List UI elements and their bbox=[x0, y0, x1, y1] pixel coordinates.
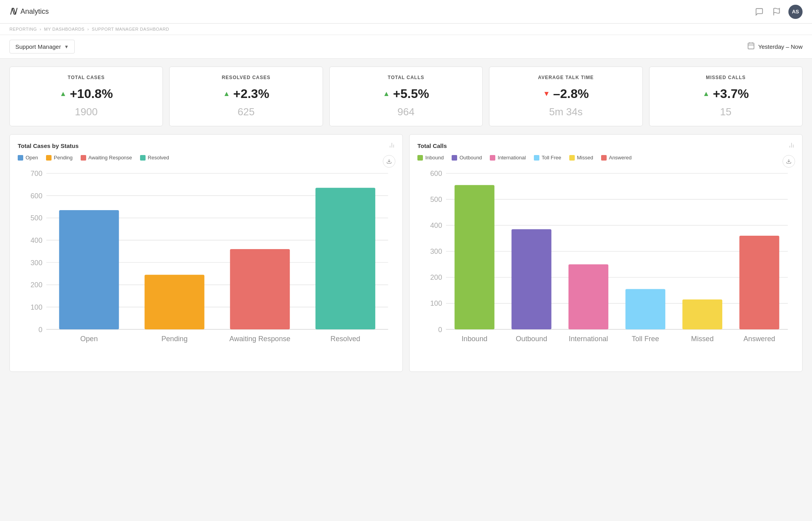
svg-rect-1 bbox=[748, 43, 754, 49]
legend-color bbox=[452, 155, 457, 161]
legend-color bbox=[81, 155, 86, 161]
header-right: AS bbox=[754, 5, 803, 19]
trend-up-icon: ▲ bbox=[223, 90, 230, 98]
legend-item: Open bbox=[18, 155, 38, 161]
date-range-label: Yesterday – Now bbox=[758, 43, 803, 50]
trend-up-icon: ▲ bbox=[383, 90, 390, 98]
svg-rect-53 bbox=[454, 185, 494, 329]
kpi-change: ▲ +2.3% bbox=[223, 87, 269, 101]
kpi-percent: +10.8% bbox=[70, 87, 113, 101]
kpi-value: 1900 bbox=[75, 106, 98, 118]
svg-text:Inbound: Inbound bbox=[461, 335, 487, 343]
charts-row: Total Cases by Status OpenPendingAwaitin… bbox=[9, 134, 803, 372]
kpi-label: RESOLVED CASES bbox=[222, 75, 271, 80]
chat-icon[interactable] bbox=[754, 6, 765, 17]
svg-text:0: 0 bbox=[438, 326, 442, 334]
legend-label: Awaiting Response bbox=[89, 155, 132, 161]
breadcrumb: REPORTING › MY DASHBOARDS › SUPPORT MANA… bbox=[9, 27, 803, 31]
svg-text:600: 600 bbox=[30, 192, 42, 200]
svg-text:Missed: Missed bbox=[691, 335, 714, 343]
legend-label: Pending bbox=[54, 155, 73, 161]
svg-rect-61 bbox=[683, 299, 722, 329]
date-range-selector[interactable]: Yesterday – Now bbox=[747, 42, 803, 52]
trend-up-icon: ▲ bbox=[60, 90, 67, 98]
kpi-value: 15 bbox=[720, 106, 731, 118]
kpi-value: 964 bbox=[397, 106, 414, 118]
dashboard-selector[interactable]: Support Manager ▼ bbox=[9, 40, 75, 54]
cases-chart-toolbar-icon bbox=[388, 142, 395, 151]
app-header: ℕ Analytics AS bbox=[0, 0, 812, 24]
legend-color bbox=[601, 155, 607, 161]
svg-rect-55 bbox=[511, 229, 551, 329]
kpi-row: TOTAL CASES ▲ +10.8% 1900 RESOLVED CASES… bbox=[9, 67, 803, 126]
flag-icon[interactable] bbox=[771, 6, 782, 17]
legend-item: Resolved bbox=[140, 155, 169, 161]
legend-label: Answered bbox=[609, 155, 632, 161]
legend-label: Resolved bbox=[148, 155, 169, 161]
svg-text:International: International bbox=[569, 335, 608, 343]
svg-text:Awaiting Response: Awaiting Response bbox=[229, 335, 290, 343]
svg-text:400: 400 bbox=[430, 222, 442, 229]
svg-rect-57 bbox=[568, 264, 608, 329]
legend-color bbox=[46, 155, 52, 161]
cases-chart-title: Total Cases by Status bbox=[18, 142, 395, 149]
cases-download-button[interactable] bbox=[383, 155, 395, 168]
legend-color bbox=[18, 155, 23, 161]
legend-color bbox=[490, 155, 495, 161]
svg-text:300: 300 bbox=[30, 259, 42, 267]
svg-text:Open: Open bbox=[80, 335, 98, 343]
toolbar: Support Manager ▼ Yesterday – Now bbox=[0, 35, 812, 59]
calls-download-button[interactable] bbox=[782, 155, 795, 168]
legend-item: Answered bbox=[601, 155, 632, 161]
kpi-label: TOTAL CASES bbox=[68, 75, 105, 80]
kpi-card-1: RESOLVED CASES ▲ +2.3% 625 bbox=[169, 67, 323, 126]
legend-color bbox=[534, 155, 539, 161]
kpi-percent: +3.7% bbox=[713, 87, 749, 101]
svg-text:500: 500 bbox=[430, 196, 442, 203]
chevron-down-icon: ▼ bbox=[64, 44, 69, 50]
legend-label: Inbound bbox=[425, 155, 444, 161]
legend-item: Missed bbox=[569, 155, 593, 161]
header-left: ℕ Analytics bbox=[9, 7, 49, 17]
app-logo: ℕ bbox=[9, 7, 17, 17]
kpi-card-2: TOTAL CALLS ▲ +5.5% 964 bbox=[329, 67, 483, 126]
kpi-label: MISSED CALLS bbox=[706, 75, 746, 80]
kpi-label: TOTAL CALLS bbox=[388, 75, 424, 80]
breadcrumb-bar: REPORTING › MY DASHBOARDS › SUPPORT MANA… bbox=[0, 24, 812, 35]
cases-legend: OpenPendingAwaiting ResponseResolved bbox=[18, 155, 395, 161]
legend-label: Outbound bbox=[460, 155, 482, 161]
kpi-card-0: TOTAL CASES ▲ +10.8% 1900 bbox=[9, 67, 163, 126]
kpi-label: AVERAGE TALK TIME bbox=[538, 75, 594, 80]
svg-text:200: 200 bbox=[30, 281, 42, 289]
calls-chart: 0100200300400500600InboundOutboundIntern… bbox=[417, 167, 794, 364]
legend-item: Toll Free bbox=[534, 155, 561, 161]
dashboard-selector-label: Support Manager bbox=[15, 43, 61, 50]
total-calls-panel: Total Calls InboundOutboundInternational… bbox=[409, 134, 803, 372]
kpi-change: ▲ +5.5% bbox=[383, 87, 429, 101]
svg-text:700: 700 bbox=[30, 170, 42, 177]
svg-text:600: 600 bbox=[430, 170, 442, 177]
svg-text:Pending: Pending bbox=[161, 335, 188, 343]
calendar-icon bbox=[747, 42, 755, 52]
svg-rect-28 bbox=[144, 275, 204, 329]
svg-text:Toll Free: Toll Free bbox=[632, 335, 659, 343]
legend-label: Toll Free bbox=[542, 155, 561, 161]
svg-text:100: 100 bbox=[430, 299, 442, 307]
kpi-value: 5m 34s bbox=[549, 106, 583, 118]
main-content: TOTAL CASES ▲ +10.8% 1900 RESOLVED CASES… bbox=[0, 59, 812, 380]
kpi-card-3: AVERAGE TALK TIME ▼ –2.8% 5m 34s bbox=[489, 67, 642, 126]
svg-rect-32 bbox=[316, 188, 375, 329]
legend-label: Missed bbox=[577, 155, 593, 161]
calls-legend: InboundOutboundInternationalToll FreeMis… bbox=[417, 155, 794, 161]
kpi-percent: –2.8% bbox=[553, 87, 589, 101]
trend-up-icon: ▲ bbox=[703, 90, 710, 98]
user-avatar[interactable]: AS bbox=[788, 5, 803, 19]
trend-down-icon: ▼ bbox=[543, 90, 550, 98]
svg-text:400: 400 bbox=[30, 236, 42, 244]
cases-by-status-panel: Total Cases by Status OpenPendingAwaitin… bbox=[9, 134, 403, 372]
calls-chart-title: Total Calls bbox=[417, 142, 794, 149]
svg-text:Outbound: Outbound bbox=[516, 335, 547, 343]
legend-color bbox=[569, 155, 575, 161]
legend-label: Open bbox=[26, 155, 38, 161]
svg-text:300: 300 bbox=[430, 248, 442, 255]
